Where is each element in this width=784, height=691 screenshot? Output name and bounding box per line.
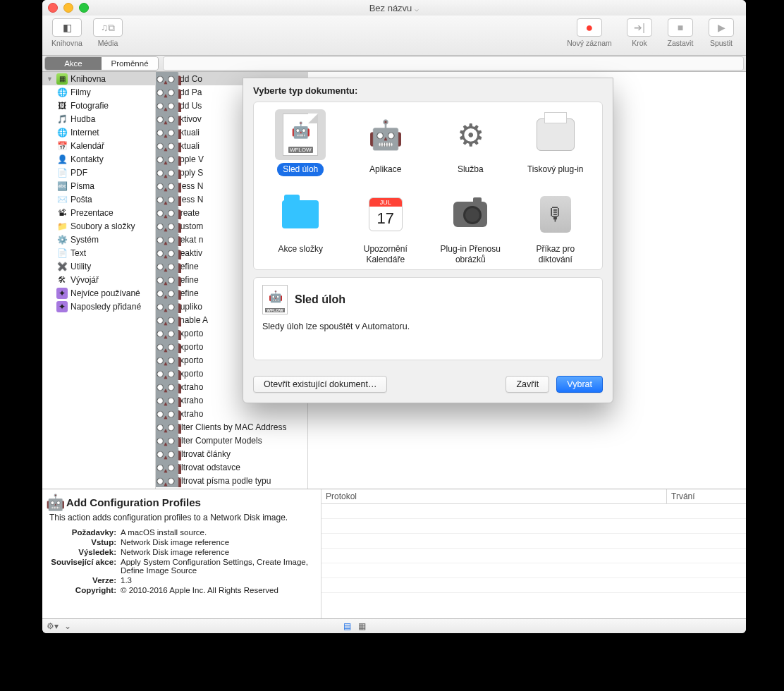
category-item[interactable]: 📅Kalendář xyxy=(42,139,155,152)
action-item[interactable]: 🤖Filtrovat články xyxy=(156,447,307,460)
close-button[interactable]: Zavřít xyxy=(506,376,549,393)
library-toggle-button[interactable]: ◧ Knihovna xyxy=(48,18,86,55)
stop-button[interactable]: ■ Zastavit xyxy=(661,18,699,55)
automator-action-icon: 🤖 xyxy=(160,207,171,219)
category-icon: 📽 xyxy=(56,207,68,219)
automator-action-icon: 🤖 xyxy=(160,167,171,178)
info-key: Požadavky: xyxy=(49,528,116,537)
open-existing-button[interactable]: Otevřít existující dokument… xyxy=(253,376,387,393)
doc-type-folder-action[interactable]: Akce složky xyxy=(258,189,343,267)
library-icon: ▦ xyxy=(56,73,68,85)
category-icon: 🎵 xyxy=(56,114,68,125)
doc-type-print-plugin[interactable]: Tiskový plug-in xyxy=(513,109,599,176)
automator-action-icon: 🤖 xyxy=(160,368,171,379)
category-icon: 📄 xyxy=(56,167,68,178)
doc-type-application[interactable]: 🤖 Aplikace xyxy=(343,109,429,176)
category-root[interactable]: ▼ ▦ Knihovna xyxy=(42,72,155,85)
automator-action-icon: 🤖 xyxy=(160,140,171,152)
category-recent[interactable]: ✦ Naposledy přidané xyxy=(42,300,155,313)
doc-type-dictation-command[interactable]: 🎙 Příkaz pro diktování xyxy=(513,189,599,267)
tab-actions[interactable]: Akce xyxy=(45,57,102,70)
action-item[interactable]: 🤖Filtrovat písma podle typu xyxy=(156,474,307,487)
info-value: © 2010-2016 Apple Inc. All Rights Reserv… xyxy=(121,586,314,594)
gear-menu-icon[interactable]: ⚙▾ xyxy=(47,621,59,631)
view-grid-icon[interactable]: ▦ xyxy=(358,621,366,631)
log-col-duration[interactable]: Trvání xyxy=(667,489,746,503)
doc-type-image-capture-plugin[interactable]: Plug-in Přenosu obrázků xyxy=(428,189,513,267)
doc-type-service[interactable]: ⚙ Služba xyxy=(428,109,513,176)
category-most-used[interactable]: ✦ Nejvíce používané xyxy=(42,286,155,300)
category-item[interactable]: 🖼Fotografie xyxy=(42,99,155,112)
category-icon: 🔤 xyxy=(56,181,68,192)
action-item[interactable]: 🤖Extraho xyxy=(156,407,307,420)
doc-type-description: 🤖WFLOWSled úloh Sledy úloh lze spouštět … xyxy=(253,277,603,360)
action-item[interactable]: 🤖Filter Clients by MAC Address xyxy=(156,420,307,434)
category-item[interactable]: 📁Soubory a složky xyxy=(42,219,155,233)
log-col-protocol[interactable]: Protokol xyxy=(321,489,667,503)
category-icon: ⚙️ xyxy=(56,234,68,245)
window-title[interactable]: Bez názvu⌵ xyxy=(42,3,746,13)
action-info: 🤖Add Configuration Profiles This action … xyxy=(42,489,321,618)
search-input[interactable] xyxy=(163,56,744,71)
automator-action-icon: 🤖 xyxy=(160,73,171,85)
choose-button[interactable]: Vybrat xyxy=(556,376,603,393)
record-button[interactable]: ● Nový záznam xyxy=(561,18,618,55)
media-button[interactable]: ♫⧉ Média xyxy=(89,18,127,55)
category-item[interactable]: 📽Prezentace xyxy=(42,206,155,219)
automator-action-icon: 🤖 xyxy=(160,274,171,286)
category-item[interactable]: 🌐Filmy xyxy=(42,85,155,99)
automator-action-icon: 🤖 xyxy=(160,435,171,446)
automator-action-icon: 🤖 xyxy=(160,234,171,245)
lower-pane: 🤖Add Configuration Profiles This action … xyxy=(42,489,746,618)
smart-folder-icon: ✦ xyxy=(56,301,68,312)
category-icon: 🖼 xyxy=(56,100,68,111)
panel-icon: ◧ xyxy=(52,18,82,37)
doc-type-calendar-alarm[interactable]: JUL17 Upozornění Kalendáře xyxy=(343,189,429,267)
automator-action-icon: 🤖 xyxy=(160,221,171,232)
categories-list[interactable]: ▼ ▦ Knihovna 🌐Filmy🖼Fotografie🎵Hudba🌐Int… xyxy=(42,72,156,489)
workflow-file-icon: 🤖WFLOW xyxy=(262,285,288,314)
category-item[interactable]: 🛠Vývojář xyxy=(42,273,155,286)
automator-action-icon: 🤖 xyxy=(160,395,171,406)
log-pane: Protokol Trvání xyxy=(321,489,746,618)
media-icon: ♫⧉ xyxy=(93,18,123,37)
step-button[interactable]: ➔| Krok xyxy=(620,18,659,55)
library-tabs-row: Akce Proměnné xyxy=(42,56,746,72)
automator-action-icon: 🤖 xyxy=(160,448,171,460)
category-icon: ✖️ xyxy=(56,261,68,272)
automator-action-icon: 🤖 xyxy=(160,328,171,339)
category-item[interactable]: ✉️Pošta xyxy=(42,192,155,206)
tab-variables[interactable]: Proměnné xyxy=(102,57,158,70)
record-icon: ● xyxy=(577,18,602,37)
category-item[interactable]: 🌐Internet xyxy=(42,126,155,139)
info-toggle-icon[interactable]: ⌄ xyxy=(64,621,71,631)
play-button[interactable]: ▶ Spustit xyxy=(702,18,740,55)
title-dropdown-icon: ⌵ xyxy=(415,5,419,13)
view-list-icon[interactable]: ▤ xyxy=(343,621,351,631)
automator-window: Bez názvu⌵ ◧ Knihovna ♫⧉ Média ● Nový zá… xyxy=(42,0,746,633)
info-value: Network Disk image reference xyxy=(121,538,314,546)
stop-icon: ■ xyxy=(668,18,693,37)
library-tab-segment[interactable]: Akce Proměnné xyxy=(44,56,159,71)
automator-action-icon: 🤖 xyxy=(160,462,171,473)
category-item[interactable]: ⚙️Systém xyxy=(42,233,155,246)
doc-type-workflow[interactable]: 🤖WFLOW Sled úloh xyxy=(258,109,343,176)
category-item[interactable]: 📄PDF xyxy=(42,166,155,179)
footer: ⚙▾ ⌄ ▤ ▦ xyxy=(42,618,746,633)
log-rows xyxy=(321,504,746,618)
automator-action-icon: 🤖 xyxy=(160,314,171,326)
automator-action-icon: 🤖 xyxy=(160,181,171,192)
category-item[interactable]: ✖️Utility xyxy=(42,259,155,273)
info-key: Vstup: xyxy=(49,538,116,546)
category-item[interactable]: 📄Text xyxy=(42,246,155,259)
info-key: Verze: xyxy=(49,576,116,585)
automator-action-icon: 🤖 xyxy=(160,408,171,420)
category-item[interactable]: 🔤Písma xyxy=(42,179,155,192)
action-item[interactable]: 🤖Filtrovat odstavce xyxy=(156,460,307,474)
automator-action-icon: 🤖 xyxy=(160,355,171,366)
action-item[interactable]: 🤖Filter Computer Models xyxy=(156,434,307,447)
disclosure-icon[interactable]: ▼ xyxy=(47,75,54,82)
automator-action-icon: 🤖 xyxy=(160,301,171,312)
category-item[interactable]: 🎵Hudba xyxy=(42,112,155,126)
category-item[interactable]: 👤Kontakty xyxy=(42,152,155,166)
